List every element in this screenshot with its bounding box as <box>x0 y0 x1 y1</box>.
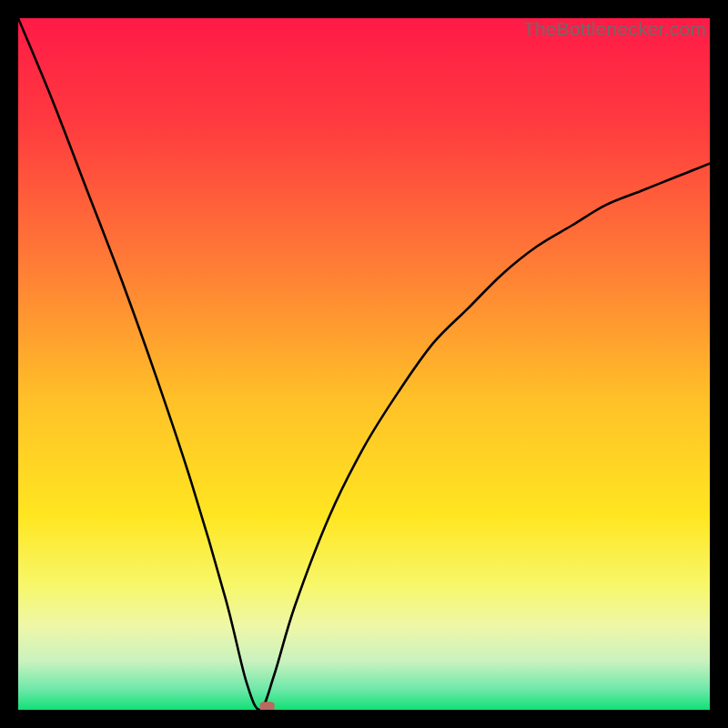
gradient-background <box>18 18 710 710</box>
watermark-label: TheBottlenecker.com <box>523 18 706 40</box>
chart-frame: TheBottlenecker.com <box>18 18 710 710</box>
minimum-marker <box>260 702 275 710</box>
chart-svg <box>18 18 710 710</box>
